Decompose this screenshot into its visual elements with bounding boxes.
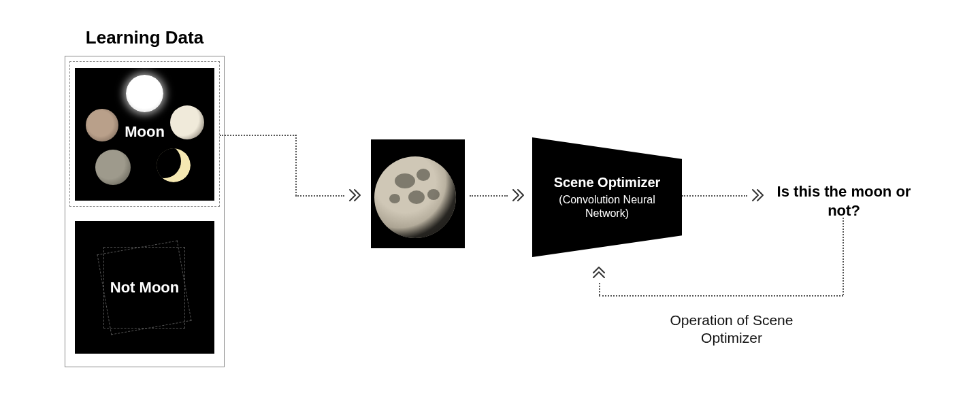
scene-optimizer-title: Scene Optimizer bbox=[554, 175, 661, 190]
moon-tile-label: Moon bbox=[125, 123, 165, 141]
arrow-up-icon bbox=[591, 265, 606, 280]
connector-line bbox=[599, 283, 600, 295]
connector-line bbox=[295, 135, 297, 196]
input-moon-image bbox=[371, 139, 465, 248]
connector-line bbox=[220, 135, 296, 136]
moon-phase-full-icon bbox=[126, 75, 163, 112]
moon-tile: Moon bbox=[75, 68, 214, 201]
not-moon-tile-label: Not Moon bbox=[110, 279, 179, 297]
diagram-stage: Learning Data Moon Not Moon Scene O bbox=[0, 0, 980, 404]
output-question: Is this the moon or not? bbox=[766, 182, 922, 220]
moon-disc-icon bbox=[374, 156, 456, 238]
feedback-caption: Operation of Scene Optimizer bbox=[653, 312, 810, 348]
arrow-right-icon bbox=[347, 188, 362, 203]
moon-phase-gibbous-left-icon bbox=[86, 109, 118, 141]
connector-line bbox=[682, 195, 747, 197]
moon-phase-gibbous-right-icon bbox=[170, 105, 204, 139]
scene-optimizer-block: Scene Optimizer (Convolution Neural Netw… bbox=[532, 137, 682, 257]
moon-phase-crescent-icon bbox=[157, 148, 191, 182]
scene-optimizer-subtitle: (Convolution Neural Network) bbox=[542, 193, 672, 219]
connector-line bbox=[599, 295, 843, 297]
not-moon-tile: Not Moon bbox=[75, 221, 214, 354]
arrow-right-icon bbox=[510, 188, 525, 203]
connector-line bbox=[295, 195, 344, 197]
moon-phase-half-icon bbox=[95, 150, 131, 185]
connector-line bbox=[470, 195, 508, 197]
connector-line bbox=[843, 218, 844, 295]
arrow-right-icon bbox=[750, 188, 765, 203]
learning-data-title: Learning Data bbox=[65, 27, 225, 48]
